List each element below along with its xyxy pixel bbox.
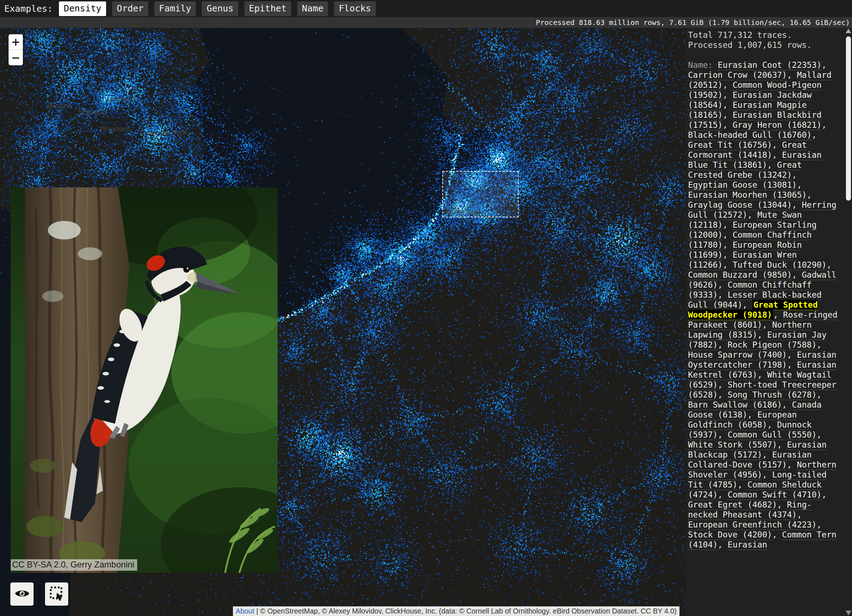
separator: , [762, 450, 772, 459]
results-text: Total 717,312 traces. Processed 1,007,61… [688, 30, 838, 550]
zoom-out-button[interactable]: − [9, 50, 23, 65]
bird-link[interactable]: Common Buzzard (9850) [688, 270, 792, 279]
bird-link[interactable]: Rock Pigeon (7588) [728, 340, 817, 349]
separator: , [718, 390, 728, 399]
separator: , [787, 350, 797, 359]
examples-label: Examples: [0, 4, 59, 14]
separator: , [723, 230, 733, 239]
bird-link[interactable]: Graylag Goose (13044) [688, 200, 792, 209]
scrollbar-up-arrow-icon[interactable] [846, 29, 851, 33]
bird-link[interactable]: Song Thrush (6278) [728, 390, 817, 399]
results-sidebar: Total 717,312 traces. Processed 1,007,61… [686, 28, 852, 616]
separator: , [772, 140, 782, 149]
separator: , [718, 430, 728, 439]
zoom-in-button[interactable]: + [9, 34, 23, 50]
separator: , [718, 380, 728, 389]
select-region-button[interactable] [45, 583, 68, 605]
bird-link[interactable]: Tufted Duck (10290) [733, 260, 826, 270]
query-status-bar: Processed 818.63 million rows, 7.61 GiB … [0, 17, 852, 28]
separator: , [792, 270, 802, 279]
tab-density[interactable]: Density [59, 2, 106, 16]
traces-summary: Total 717,312 traces. [688, 30, 838, 40]
attribution-text: © OpenStreetMap, © Alexey Milovidov, Cli… [260, 607, 677, 615]
separator: , [817, 520, 822, 529]
map-place-label: Stoke-on-Trent [139, 128, 187, 137]
separator: , [723, 220, 733, 229]
query-status-text: Processed 818.63 million rows, 7.61 GiB … [536, 18, 850, 27]
separator: , [777, 440, 787, 449]
bird-link[interactable]: Egyptian Goose (13081) [688, 180, 797, 190]
tab-name[interactable]: Name [297, 2, 328, 16]
tab-order[interactable]: Order [112, 2, 148, 16]
bird-link[interactable]: Eurasian [728, 540, 767, 549]
name-field-label: Name: [688, 60, 718, 69]
density-map[interactable]: BangorSt AsaphLiverpoolWrexhamStoke-on-T… [0, 28, 686, 616]
separator: , [723, 100, 733, 110]
separator: , [787, 70, 797, 80]
spacer [688, 50, 838, 60]
about-link[interactable]: About [236, 607, 254, 615]
bird-link[interactable]: House Sparrow (7400) [688, 350, 787, 359]
tab-family[interactable]: Family [154, 2, 196, 16]
separator: , [718, 340, 728, 349]
separator: , [826, 260, 832, 270]
separator: , [718, 280, 728, 289]
separator: , [822, 60, 826, 69]
bird-link[interactable]: European Greenfinch (4223) [688, 520, 817, 529]
separator: , [787, 460, 797, 469]
map-selection-box[interactable] [442, 171, 519, 217]
separator: , [787, 360, 797, 369]
bird-link[interactable]: Common Swift (4710) [728, 490, 822, 499]
map-place-label: Bangor [47, 102, 70, 110]
bird-link[interactable]: Eurasian Coot (22353) [718, 60, 822, 69]
separator: , [723, 120, 733, 130]
separator: , [807, 190, 812, 199]
visibility-toggle-button[interactable] [11, 583, 33, 605]
separator: , [723, 80, 733, 90]
rows-summary: Processed 1,007,615 rows. [688, 40, 838, 50]
separator: , [723, 260, 733, 270]
separator: , [822, 490, 826, 499]
tab-epithet[interactable]: Epithet [244, 2, 291, 16]
bird-link[interactable]: Barn Swallow (6186) [688, 400, 782, 410]
separator: , [723, 250, 733, 259]
select-region-icon [50, 586, 64, 602]
separator: , [812, 130, 817, 140]
bird-link[interactable]: Stock Dove (4200) [688, 530, 772, 539]
separator: , [772, 150, 782, 160]
map-attribution: About | © OpenStreetMap, © Alexey Milovi… [233, 606, 680, 616]
separator: , [718, 290, 728, 300]
bird-list: Name: Eurasian Coot (22353), Carrion Cro… [688, 60, 838, 550]
separator: , [762, 320, 772, 330]
separator: , [747, 210, 757, 220]
separator: , [767, 160, 777, 170]
separator: , [718, 540, 728, 549]
attribution-separator: | [254, 607, 260, 615]
separator: , [757, 330, 767, 339]
separator: , [782, 400, 792, 410]
separator: , [742, 300, 752, 309]
bird-link[interactable]: Great Tit (16756) [688, 140, 772, 149]
bird-link[interactable]: Eurasian Moorhen (13065) [688, 190, 807, 199]
scrollbar-down-arrow-icon[interactable] [846, 611, 851, 615]
sidebar-scrollbar[interactable] [845, 28, 852, 616]
bird-link[interactable]: Gray Heron (16821) [733, 120, 822, 130]
bird-photo-art [11, 187, 278, 573]
bird-link[interactable]: White Stork (5507) [688, 440, 777, 449]
bird-link[interactable]: Carrion Crow (20637) [688, 70, 787, 80]
separator: , [747, 410, 757, 419]
separator: , [817, 340, 822, 349]
bird-link[interactable]: Great Egret (4682) [688, 500, 777, 509]
separator: , [792, 170, 797, 179]
top-bar: Examples: DensityOrderFamilyGenusEpithet… [0, 0, 852, 17]
separator: , [718, 490, 728, 499]
tab-genus[interactable]: Genus [202, 2, 238, 16]
separator: , [757, 370, 767, 380]
separator: , [737, 480, 747, 489]
bird-link[interactable]: Common Gull (5550) [728, 430, 817, 439]
bird-link[interactable]: Black-headed Gull (16760) [688, 130, 812, 140]
separator: , [777, 500, 787, 509]
tab-flocks[interactable]: Flocks [334, 2, 375, 16]
scrollbar-thumb[interactable] [846, 36, 851, 200]
photo-credit-caption: CC BY-SA 2.0, Gerry Zambonini [11, 559, 137, 571]
